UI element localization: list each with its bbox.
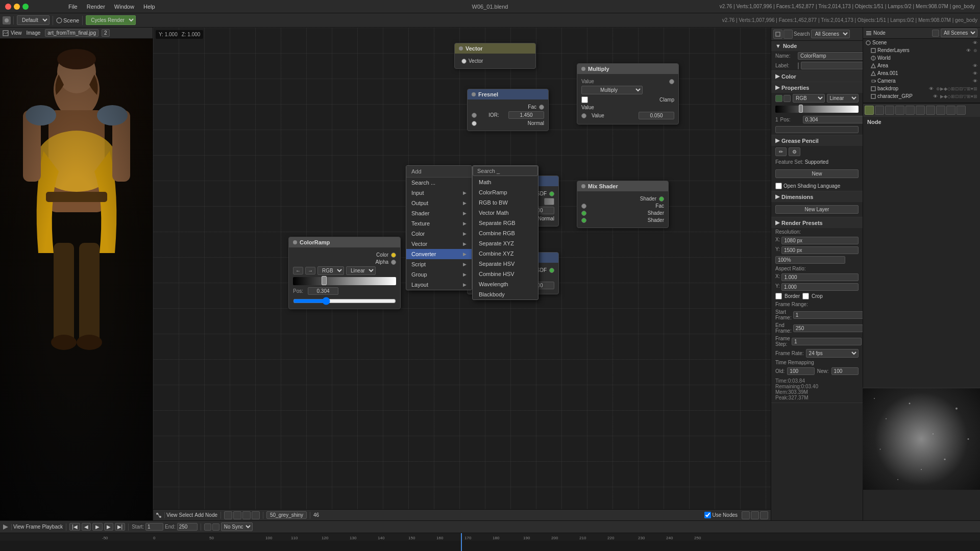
aspect-x-input[interactable] (781, 273, 859, 281)
submenu-combine-rgb[interactable]: Combine RGB (473, 228, 538, 238)
end-frame-input[interactable] (793, 324, 863, 332)
menu-render[interactable]: Render (83, 3, 109, 11)
image-filename[interactable]: art_fromTrm_final.jpg (45, 29, 99, 37)
tl-frame-btn[interactable]: Frame (26, 524, 41, 530)
crop-check[interactable] (802, 293, 809, 299)
material-props-icon[interactable] (916, 106, 925, 115)
menu-output[interactable]: Output ▶ (406, 198, 472, 208)
prev-frame-btn[interactable]: ◀ (82, 523, 91, 531)
scene-select[interactable]: All Scenes (811, 30, 850, 38)
color-section-header[interactable]: ▶ Color (771, 71, 863, 82)
close-button[interactable] (5, 4, 11, 10)
grease-pencil-draw-btn[interactable]: ✏ (775, 147, 787, 156)
open-shading-check[interactable] (775, 183, 782, 189)
search-btn[interactable] (783, 30, 793, 39)
outliner-world[interactable]: World (863, 54, 980, 62)
gradient-handle[interactable] (799, 105, 803, 113)
res-y-input[interactable] (781, 246, 859, 254)
outliner-backdrop[interactable]: backdrop 👁 ⊕▶◆◇⊞⊡⊟▽⊞▾⊞ (863, 85, 980, 92)
play-btn[interactable]: ▶ (92, 523, 103, 531)
menu-help[interactable]: Help (139, 3, 159, 11)
tl-audio-btn[interactable] (212, 523, 219, 531)
node-section-header[interactable]: ▼ Node (771, 41, 863, 51)
submenu-combine-hsv[interactable]: Combine HSV (473, 269, 538, 279)
material-selector[interactable]: 50_grey_shiny (266, 511, 307, 519)
render-presets-header[interactable]: ▶ Render Presets (771, 217, 863, 228)
tl-sync-btn[interactable] (204, 523, 211, 531)
render-icon[interactable] (865, 106, 874, 115)
ne-view-btn[interactable]: View (166, 512, 178, 518)
color-input-bar[interactable] (775, 126, 859, 133)
menu-search[interactable]: Search ... (406, 178, 472, 188)
use-nodes-check[interactable] (704, 512, 711, 518)
fresnel-ior-input[interactable] (508, 111, 544, 119)
grease-pencil-settings-btn[interactable]: ⚙ (789, 147, 800, 156)
frame-step-input[interactable] (792, 338, 862, 345)
ne-add-btn[interactable]: Add (194, 512, 204, 518)
texture-props-icon[interactable] (926, 106, 935, 115)
submenu-colorramp[interactable]: ColorRamp (473, 187, 538, 197)
maximize-button[interactable] (22, 4, 29, 10)
colorramp-next-btn[interactable]: → (305, 267, 315, 274)
submenu-combine-xyz[interactable]: Combine XYZ (473, 248, 538, 259)
outliner-character-grp[interactable]: character_GRP 👁 ▶◆◇⊞⊡⊟▽⊞▾⊞ (863, 92, 980, 100)
menu-script[interactable]: Script ▶ (406, 259, 472, 269)
menu-group[interactable]: Group ▶ (406, 269, 472, 280)
res-x-input[interactable] (781, 237, 859, 244)
submenu-separate-rgb[interactable]: Separate RGB (473, 218, 538, 228)
start-frame-input[interactable] (793, 311, 863, 319)
physics-props-icon[interactable] (946, 106, 955, 115)
grease-pencil-header[interactable]: ▶ Grease Pencil (771, 135, 863, 146)
colorramp-handle[interactable] (322, 276, 327, 285)
world-props-icon[interactable] (885, 106, 894, 115)
frame-num[interactable]: 2 (102, 29, 110, 37)
ne-select-btn[interactable]: Select (179, 512, 193, 518)
submenu-vector-math[interactable]: Vector Math (473, 208, 538, 218)
ne-mode-btn-2[interactable] (233, 511, 241, 519)
border-check[interactable] (775, 293, 782, 299)
ne-icon-1[interactable] (742, 511, 750, 519)
outliner-scene[interactable]: Scene 👁 (863, 39, 980, 46)
frame-rate-select[interactable]: 24 fps (806, 349, 859, 358)
end-frame-timeline[interactable] (177, 523, 198, 531)
scene-props-icon[interactable] (875, 106, 884, 115)
outliner-search-btn[interactable] (932, 30, 939, 37)
outliner-area001[interactable]: Area.001 👁 (863, 69, 980, 77)
context-icon[interactable] (3, 16, 11, 24)
multiply-clamp-check[interactable] (581, 96, 588, 103)
menu-color[interactable]: Color ▶ (406, 229, 472, 239)
submenu-math[interactable]: Math (473, 177, 538, 187)
timeline-keyframes[interactable] (0, 541, 980, 551)
submenu-rgb-to-bw[interactable]: RGB to BW (473, 197, 538, 208)
outliner-area[interactable]: Area 👁 (863, 62, 980, 69)
pos-input[interactable] (803, 116, 863, 123)
submenu-separate-xyz[interactable]: Separate XYZ (473, 238, 538, 248)
ne-icon-2[interactable] (751, 511, 759, 519)
dimensions-header[interactable]: ▶ Dimensions (771, 191, 863, 202)
menu-texture[interactable]: Texture ▶ (406, 218, 472, 229)
menu-window[interactable]: Window (110, 3, 138, 11)
constraints-props-icon[interactable] (957, 106, 966, 115)
new-layer-btn[interactable]: New Layer (775, 205, 859, 214)
colorramp-prev-btn[interactable]: ← (293, 267, 303, 274)
tl-playback-btn[interactable]: Playback (42, 524, 63, 530)
menu-input[interactable]: Input ▶ (406, 188, 472, 198)
menu-shader[interactable]: Shader ▶ (406, 208, 472, 218)
aspect-y-input[interactable] (781, 283, 859, 291)
colorramp-interp-select[interactable]: Linear (346, 266, 376, 275)
new-input[interactable] (831, 367, 859, 375)
name-input[interactable] (798, 52, 863, 60)
particles-props-icon[interactable] (936, 106, 945, 115)
submenu-blackbody[interactable]: Blackbody (473, 289, 538, 299)
jump-end-btn[interactable]: ▶| (115, 523, 126, 531)
colorramp-pos-input[interactable] (308, 287, 338, 295)
start-frame-timeline[interactable] (145, 523, 163, 531)
menu-layout[interactable]: Layout ▶ (406, 280, 472, 290)
outliner-camera[interactable]: Camera 👁 (863, 77, 980, 85)
hsv-mode-btn[interactable] (783, 95, 791, 102)
ne-mode-btn-3[interactable] (242, 511, 251, 519)
old-input[interactable] (787, 367, 814, 375)
menu-converter[interactable]: Converter ▶ (406, 249, 472, 259)
sync-mode-select[interactable]: No Sync (221, 522, 253, 531)
ne-mode-btn-4[interactable] (252, 511, 260, 519)
